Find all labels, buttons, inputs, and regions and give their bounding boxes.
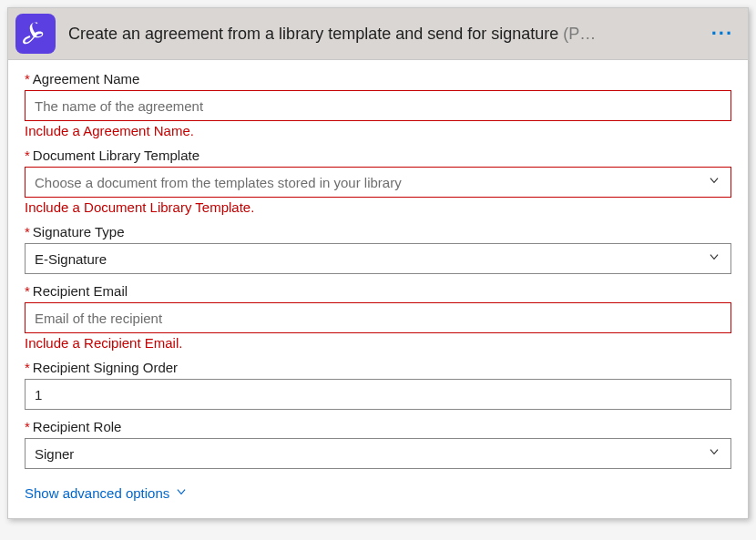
field-recipient-email: *Recipient Email Include a Recipient Ema…: [25, 283, 731, 351]
recipient-email-error: Include a Recipient Email.: [25, 335, 731, 351]
agreement-name-error: Include a Agreement Name.: [25, 123, 731, 138]
show-advanced-options-link[interactable]: Show advanced options: [25, 485, 188, 501]
card-header: Create an agreement from a library templ…: [8, 8, 748, 60]
doc-template-label: *Document Library Template: [25, 148, 731, 163]
agreement-name-input[interactable]: [25, 90, 731, 121]
recipient-role-select[interactable]: Signer: [25, 438, 731, 469]
chevron-down-icon: [175, 485, 188, 501]
action-card: Create an agreement from a library templ…: [7, 7, 749, 519]
more-options-button[interactable]: ···: [704, 20, 741, 47]
recipient-email-label: *Recipient Email: [25, 283, 731, 299]
card-title: Create an agreement from a library templ…: [68, 25, 704, 44]
agreement-name-label: *Agreement Name: [25, 71, 731, 87]
card-body: *Agreement Name Include a Agreement Name…: [8, 60, 748, 518]
doc-template-error: Include a Document Library Template.: [25, 199, 731, 215]
field-recipient-role: *Recipient Role Signer: [25, 419, 731, 469]
field-signing-order: *Recipient Signing Order: [25, 360, 731, 410]
recipient-email-input[interactable]: [25, 302, 731, 333]
recipient-role-label: *Recipient Role: [25, 419, 731, 434]
signature-type-select[interactable]: E-Signature: [25, 243, 731, 274]
signing-order-input[interactable]: [25, 379, 731, 410]
adobe-acrobat-icon: [15, 14, 56, 54]
doc-template-select[interactable]: Choose a document from the templates sto…: [25, 167, 731, 198]
signing-order-label: *Recipient Signing Order: [25, 360, 731, 375]
field-signature-type: *Signature Type E-Signature: [25, 224, 731, 274]
field-doc-template: *Document Library Template Choose a docu…: [25, 148, 731, 215]
signature-type-label: *Signature Type: [25, 224, 731, 239]
field-agreement-name: *Agreement Name Include a Agreement Name…: [25, 71, 731, 138]
